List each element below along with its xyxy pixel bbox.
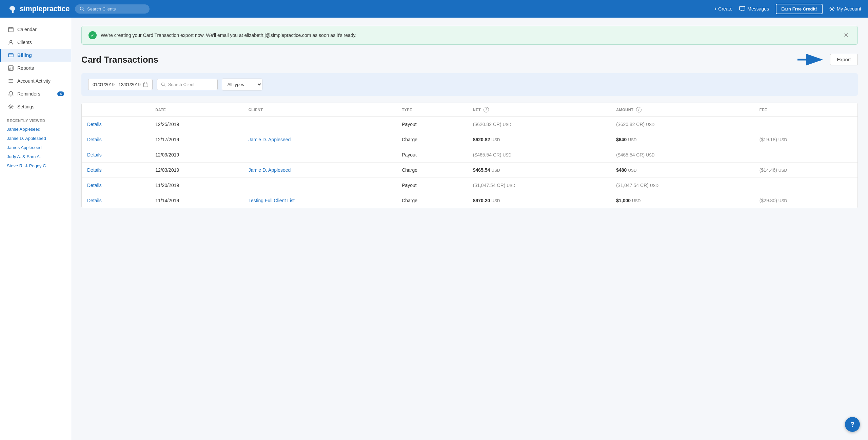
create-button[interactable]: + Create: [714, 6, 732, 12]
details-link[interactable]: Details: [87, 152, 102, 158]
cell-fee: ($19.18)USD: [754, 132, 857, 147]
svg-rect-4: [8, 27, 13, 32]
page-header: Card Transactions Export: [81, 53, 858, 66]
clients-icon: [8, 39, 14, 45]
transactions-table: DATE CLIENT TYPE NET i AMOUNT i FEE: [82, 103, 857, 208]
col-amount: AMOUNT i: [611, 103, 754, 117]
cell-amount: $480USD: [611, 163, 754, 178]
svg-rect-9: [8, 54, 13, 57]
search-icon: [80, 6, 84, 11]
details-link[interactable]: Details: [87, 122, 102, 127]
sidebar-item-reminders[interactable]: Reminders 4: [0, 87, 71, 100]
calendar-picker-icon: [143, 82, 148, 87]
search-client-field[interactable]: [157, 79, 218, 90]
gear-icon: [829, 6, 835, 12]
transactions-table-container: DATE CLIENT TYPE NET i AMOUNT i FEE: [81, 103, 858, 208]
table-row: Details11/14/2019Testing Full Client Lis…: [82, 193, 857, 208]
messages-button[interactable]: Messages: [739, 6, 769, 12]
logo-text: simplepractice: [20, 4, 70, 13]
sidebar-item-clients[interactable]: Clients: [0, 36, 71, 49]
recent-link-4[interactable]: Steve R. & Peggy C.: [0, 161, 71, 170]
sidebar: Calendar Clients Billing: [0, 18, 71, 440]
svg-line-26: [164, 85, 165, 87]
cell-net: $465.54USD: [468, 163, 611, 178]
date-range-picker[interactable]: 01/01/2019 - 12/31/2019: [88, 79, 153, 90]
recent-link-0[interactable]: Jamie Appleseed: [0, 125, 71, 134]
my-account-button[interactable]: My Account: [829, 6, 861, 12]
details-link[interactable]: Details: [87, 167, 102, 173]
table-row: Details11/20/2019Payout($1,047.54 CR)USD…: [82, 178, 857, 193]
export-button[interactable]: Export: [830, 54, 858, 65]
nav-right: + Create Messages Earn Free Credit! My A…: [714, 4, 861, 14]
table-row: Details12/17/2019Jamie D. AppleseedCharg…: [82, 132, 857, 147]
sidebar-item-label: Settings: [17, 104, 35, 109]
search-client-input[interactable]: [168, 82, 212, 87]
col-fee: FEE: [754, 103, 857, 117]
cell-client[interactable]: Testing Full Client List: [243, 193, 396, 208]
sidebar-item-label: Reminders: [17, 91, 40, 97]
top-navigation: simplepractice + Create Messages Earn Fr…: [0, 0, 868, 18]
cell-client: [243, 178, 396, 193]
svg-rect-21: [143, 83, 148, 87]
sidebar-item-label: Calendar: [17, 27, 37, 32]
list-icon: [8, 78, 14, 84]
close-banner-button[interactable]: ✕: [842, 31, 851, 40]
cell-net: ($1,047.54 CR)USD: [468, 178, 611, 193]
earn-credit-button[interactable]: Earn Free Credit!: [776, 4, 822, 14]
search-client-icon: [161, 82, 165, 87]
details-link[interactable]: Details: [87, 198, 102, 203]
sidebar-item-label: Clients: [17, 40, 32, 45]
client-link[interactable]: Jamie D. Appleseed: [249, 167, 291, 173]
cell-client[interactable]: Jamie D. Appleseed: [243, 163, 396, 178]
table-row: Details12/03/2019Jamie D. AppleseedCharg…: [82, 163, 857, 178]
cell-amount: ($1,047.54 CR)USD: [611, 178, 754, 193]
svg-line-1: [83, 10, 84, 11]
app-logo[interactable]: simplepractice: [7, 3, 70, 14]
table-row: Details12/09/2019Payout($465.54 CR)USD($…: [82, 147, 857, 163]
recent-link-2[interactable]: James Appleseed: [0, 143, 71, 152]
sidebar-item-reports[interactable]: Reports: [0, 62, 71, 75]
svg-rect-2: [739, 6, 745, 10]
main-layout: Calendar Clients Billing: [0, 18, 868, 440]
cell-date: 11/20/2019: [150, 178, 243, 193]
messages-icon: [739, 6, 745, 12]
type-filter-select[interactable]: All types Charge Payout: [222, 79, 262, 90]
col-client: CLIENT: [243, 103, 396, 117]
cell-client[interactable]: Jamie D. Appleseed: [243, 132, 396, 147]
svg-point-8: [10, 40, 12, 42]
col-date: DATE: [150, 103, 243, 117]
sidebar-item-settings[interactable]: Settings: [0, 100, 71, 113]
details-link[interactable]: Details: [87, 183, 102, 188]
sidebar-item-billing[interactable]: Billing: [0, 49, 71, 62]
date-range-value: 01/01/2019 - 12/31/2019: [93, 82, 141, 87]
col-details: [82, 103, 150, 117]
arrow-icon: [797, 53, 825, 66]
cell-type: Payout: [396, 117, 468, 132]
recent-link-3[interactable]: Judy A. & Sam A.: [0, 152, 71, 161]
amount-info-icon[interactable]: i: [636, 107, 642, 112]
main-content: ✓ We're creating your Card Transaction e…: [71, 18, 868, 440]
cell-date: 12/03/2019: [150, 163, 243, 178]
sidebar-item-calendar[interactable]: Calendar: [0, 23, 71, 36]
client-link[interactable]: Testing Full Client List: [249, 198, 295, 203]
cell-type: Charge: [396, 163, 468, 178]
table-row: Details12/25/2019Payout($620.82 CR)USD($…: [82, 117, 857, 132]
client-link[interactable]: Jamie D. Appleseed: [249, 137, 291, 142]
page-title: Card Transactions: [81, 55, 158, 65]
sidebar-item-account-activity[interactable]: Account Activity: [0, 75, 71, 87]
header-actions: Export: [797, 53, 858, 66]
sidebar-item-label: Account Activity: [17, 78, 51, 84]
cell-amount: ($465.54 CR)USD: [611, 147, 754, 163]
cell-net: ($620.82 CR)USD: [468, 117, 611, 132]
help-button[interactable]: ?: [845, 417, 860, 432]
cell-client: [243, 117, 396, 132]
search-clients-input[interactable]: [87, 6, 141, 12]
details-link[interactable]: Details: [87, 137, 102, 142]
cell-fee: [754, 147, 857, 163]
cell-date: 12/17/2019: [150, 132, 243, 147]
settings-gear-icon: [8, 104, 14, 110]
global-search[interactable]: [75, 4, 150, 14]
export-banner: ✓ We're creating your Card Transaction e…: [81, 26, 858, 45]
net-info-icon[interactable]: i: [484, 107, 489, 112]
recent-link-1[interactable]: Jamie D. Appleseed: [0, 134, 71, 143]
